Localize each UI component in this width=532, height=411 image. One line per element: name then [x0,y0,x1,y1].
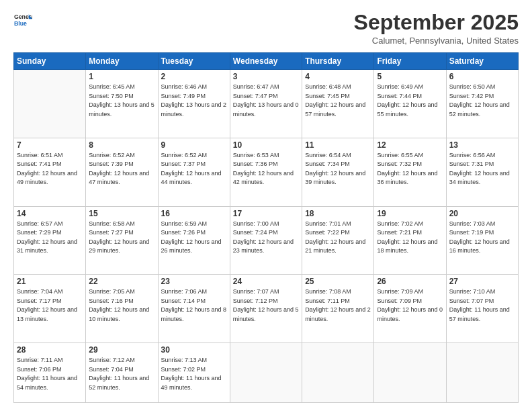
header-tuesday: Tuesday [158,53,230,70]
daylight-text: Daylight: 13 hours and 0 minutes. [233,101,299,118]
day-number: 25 [305,277,371,286]
daylight-text: Daylight: 12 hours and 16 minutes. [449,238,510,255]
day-number: 29 [89,345,154,355]
day-number: 21 [17,277,83,286]
day-cell: 30Sunrise: 7:13 AMSunset: 7:02 PMDayligh… [158,343,230,403]
sunrise-text: Sunrise: 7:08 AM [305,288,351,295]
day-number: 9 [161,140,227,150]
sunset-text: Sunset: 7:41 PM [17,161,62,167]
title-block: September 2025 Calumet, Pennsylvania, Un… [354,11,519,46]
day-info: Sunrise: 7:02 AMSunset: 7:21 PMDaylight:… [377,220,443,256]
header-sunday: Sunday [14,53,86,70]
day-info: Sunrise: 7:08 AMSunset: 7:11 PMDaylight:… [305,287,371,324]
sunset-text: Sunset: 7:37 PM [161,161,206,167]
sunrise-text: Sunrise: 6:46 AM [161,83,208,90]
sunset-text: Sunset: 7:11 PM [305,298,350,304]
sunset-text: Sunset: 7:07 PM [449,298,494,304]
day-number: 10 [233,140,299,150]
header-thursday: Thursday [302,53,374,70]
daylight-text: Daylight: 12 hours and 31 minutes. [17,238,77,255]
day-cell: 5Sunrise: 6:49 AMSunset: 7:44 PMDaylight… [374,70,446,138]
sunset-text: Sunset: 7:45 PM [305,93,350,99]
location-subtitle: Calumet, Pennsylvania, United States [354,36,519,46]
day-number: 14 [17,209,83,218]
sunset-text: Sunset: 7:19 PM [449,229,494,236]
sunset-text: Sunset: 7:36 PM [233,161,278,167]
weekday-header-row: Sunday Monday Tuesday Wednesday Thursday… [14,53,519,70]
day-info: Sunrise: 6:49 AMSunset: 7:44 PMDaylight:… [377,83,443,119]
daylight-text: Daylight: 12 hours and 8 minutes. [161,306,227,322]
day-info: Sunrise: 7:04 AMSunset: 7:17 PMDaylight:… [17,287,83,324]
daylight-text: Daylight: 11 hours and 54 minutes. [17,375,77,391]
day-number: 1 [89,72,154,81]
day-info: Sunrise: 6:51 AMSunset: 7:41 PMDaylight:… [17,151,83,187]
daylight-text: Daylight: 12 hours and 29 minutes. [89,238,149,255]
sunset-text: Sunset: 7:02 PM [161,366,206,373]
sunrise-text: Sunrise: 6:52 AM [161,152,208,158]
day-cell [230,343,302,403]
day-cell: 25Sunrise: 7:08 AMSunset: 7:11 PMDayligh… [302,275,374,343]
daylight-text: Daylight: 12 hours and 10 minutes. [89,306,149,322]
day-cell: 22Sunrise: 7:05 AMSunset: 7:16 PMDayligh… [86,275,158,343]
logo: General Blue [13,11,32,30]
sunrise-text: Sunrise: 6:50 AM [449,83,496,90]
daylight-text: Daylight: 12 hours and 21 minutes. [305,238,365,255]
day-number: 26 [377,277,443,286]
sunset-text: Sunset: 7:39 PM [89,161,134,167]
day-number: 24 [233,277,299,286]
header-monday: Monday [86,53,158,70]
sunrise-text: Sunrise: 7:05 AM [89,288,135,295]
day-info: Sunrise: 6:56 AMSunset: 7:31 PMDaylight:… [449,151,515,187]
daylight-text: Daylight: 12 hours and 49 minutes. [17,170,77,186]
sunrise-text: Sunrise: 7:06 AM [161,288,208,295]
sunset-text: Sunset: 7:47 PM [233,93,278,99]
day-cell: 24Sunrise: 7:07 AMSunset: 7:12 PMDayligh… [230,275,302,343]
day-cell: 13Sunrise: 6:56 AMSunset: 7:31 PMDayligh… [446,138,518,206]
day-cell: 10Sunrise: 6:53 AMSunset: 7:36 PMDayligh… [230,138,302,206]
sunrise-text: Sunrise: 7:13 AM [161,357,208,363]
day-info: Sunrise: 6:54 AMSunset: 7:34 PMDaylight:… [305,151,371,187]
sunset-text: Sunset: 7:31 PM [449,161,494,167]
day-cell: 2Sunrise: 6:46 AMSunset: 7:49 PMDaylight… [158,70,230,138]
daylight-text: Daylight: 12 hours and 2 minutes. [305,306,371,322]
day-number: 2 [161,72,227,81]
day-cell: 4Sunrise: 6:48 AMSunset: 7:45 PMDaylight… [302,70,374,138]
day-info: Sunrise: 6:57 AMSunset: 7:29 PMDaylight:… [17,220,83,256]
day-info: Sunrise: 7:09 AMSunset: 7:09 PMDaylight:… [377,287,443,324]
sunrise-text: Sunrise: 7:07 AM [233,288,279,295]
daylight-text: Daylight: 13 hours and 2 minutes. [161,101,227,118]
daylight-text: Daylight: 11 hours and 52 minutes. [89,375,149,391]
day-cell: 27Sunrise: 7:10 AMSunset: 7:07 PMDayligh… [446,275,518,343]
day-cell: 3Sunrise: 6:47 AMSunset: 7:47 PMDaylight… [230,70,302,138]
header-wednesday: Wednesday [230,53,302,70]
day-cell [446,343,518,403]
sunrise-text: Sunrise: 6:47 AM [233,83,279,90]
daylight-text: Daylight: 12 hours and 26 minutes. [161,238,222,255]
daylight-text: Daylight: 13 hours and 5 minutes. [89,101,154,118]
calendar-table: Sunday Monday Tuesday Wednesday Thursday… [13,52,519,403]
day-info: Sunrise: 6:59 AMSunset: 7:26 PMDaylight:… [161,220,227,256]
svg-text:Blue: Blue [14,20,27,27]
day-cell [302,343,374,403]
sunset-text: Sunset: 7:32 PM [377,161,422,167]
sunset-text: Sunset: 7:17 PM [17,298,62,304]
day-cell: 8Sunrise: 6:52 AMSunset: 7:39 PMDaylight… [86,138,158,206]
sunrise-text: Sunrise: 6:49 AM [377,83,423,90]
sunrise-text: Sunrise: 6:59 AM [161,220,208,227]
sunset-text: Sunset: 7:49 PM [161,93,206,99]
daylight-text: Daylight: 12 hours and 52 minutes. [449,101,510,118]
sunset-text: Sunset: 7:09 PM [377,298,422,304]
sunset-text: Sunset: 7:21 PM [377,229,422,236]
sunset-text: Sunset: 7:26 PM [161,229,206,236]
sunrise-text: Sunrise: 7:09 AM [377,288,423,295]
day-number: 5 [377,72,443,81]
sunset-text: Sunset: 7:50 PM [89,93,134,99]
daylight-text: Daylight: 12 hours and 36 minutes. [377,170,437,186]
day-info: Sunrise: 7:00 AMSunset: 7:24 PMDaylight:… [233,220,299,256]
day-number: 4 [305,72,371,81]
day-cell: 1Sunrise: 6:45 AMSunset: 7:50 PMDaylight… [86,70,158,138]
week-row-1: 7Sunrise: 6:51 AMSunset: 7:41 PMDaylight… [14,138,519,206]
sunset-text: Sunset: 7:16 PM [89,298,134,304]
daylight-text: Daylight: 12 hours and 5 minutes. [233,306,299,322]
day-cell: 15Sunrise: 6:58 AMSunset: 7:27 PMDayligh… [86,206,158,275]
